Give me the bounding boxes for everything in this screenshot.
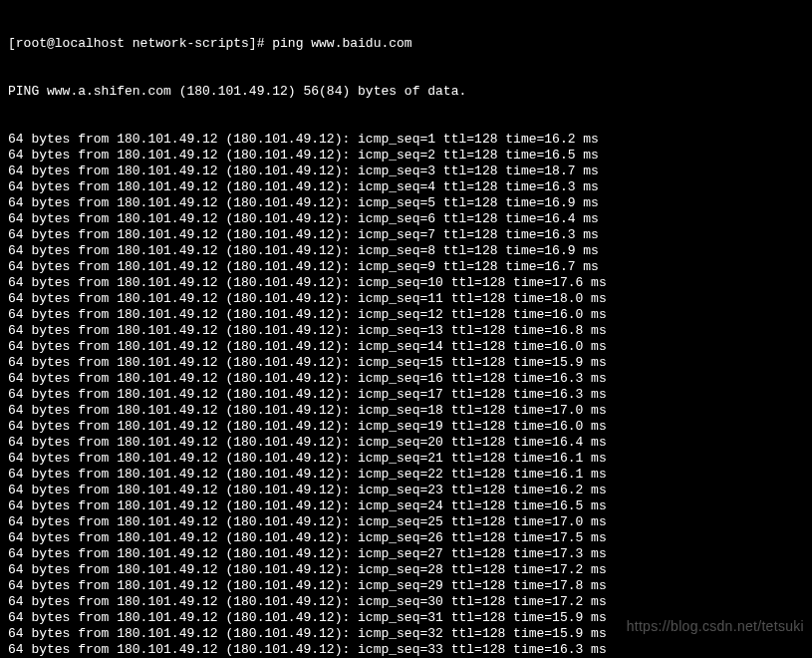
ping-reply: 64 bytes from 180.101.49.12 (180.101.49.… xyxy=(8,530,812,546)
ping-reply: 64 bytes from 180.101.49.12 (180.101.49.… xyxy=(8,275,812,291)
ping-reply: 64 bytes from 180.101.49.12 (180.101.49.… xyxy=(8,435,812,451)
ping-reply: 64 bytes from 180.101.49.12 (180.101.49.… xyxy=(8,164,812,179)
command-line: [root@localhost network-scripts]# ping w… xyxy=(8,36,812,52)
prompt: [root@localhost network-scripts]# xyxy=(8,36,272,51)
ping-reply: 64 bytes from 180.101.49.12 (180.101.49.… xyxy=(8,227,812,243)
ping-reply: 64 bytes from 180.101.49.12 (180.101.49.… xyxy=(8,578,812,594)
typed-command: ping www.baidu.com xyxy=(272,36,411,51)
ping-reply: 64 bytes from 180.101.49.12 (180.101.49.… xyxy=(8,211,812,227)
ping-reply: 64 bytes from 180.101.49.12 (180.101.49.… xyxy=(8,514,812,530)
ping-reply: 64 bytes from 180.101.49.12 (180.101.49.… xyxy=(8,323,812,339)
ping-reply: 64 bytes from 180.101.49.12 (180.101.49.… xyxy=(8,371,812,387)
ping-reply: 64 bytes from 180.101.49.12 (180.101.49.… xyxy=(8,259,812,275)
ping-reply: 64 bytes from 180.101.49.12 (180.101.49.… xyxy=(8,498,812,514)
ping-reply: 64 bytes from 180.101.49.12 (180.101.49.… xyxy=(8,451,812,467)
ping-reply: 64 bytes from 180.101.49.12 (180.101.49.… xyxy=(8,132,812,148)
ping-reply: 64 bytes from 180.101.49.12 (180.101.49.… xyxy=(8,419,812,435)
ping-reply: 64 bytes from 180.101.49.12 (180.101.49.… xyxy=(8,467,812,483)
ping-reply: 64 bytes from 180.101.49.12 (180.101.49.… xyxy=(8,339,812,355)
terminal-output[interactable]: [root@localhost network-scripts]# ping w… xyxy=(8,4,812,658)
ping-reply: 64 bytes from 180.101.49.12 (180.101.49.… xyxy=(8,642,812,658)
ping-reply: 64 bytes from 180.101.49.12 (180.101.49.… xyxy=(8,403,812,419)
watermark-text: https://blog.csdn.net/tetsuki xyxy=(627,618,804,634)
ping-reply: 64 bytes from 180.101.49.12 (180.101.49.… xyxy=(8,195,812,211)
ping-reply: 64 bytes from 180.101.49.12 (180.101.49.… xyxy=(8,291,812,307)
ping-reply: 64 bytes from 180.101.49.12 (180.101.49.… xyxy=(8,546,812,562)
ping-reply: 64 bytes from 180.101.49.12 (180.101.49.… xyxy=(8,483,812,498)
ping-reply: 64 bytes from 180.101.49.12 (180.101.49.… xyxy=(8,387,812,403)
ping-reply: 64 bytes from 180.101.49.12 (180.101.49.… xyxy=(8,179,812,195)
ping-header: PING www.a.shifen.com (180.101.49.12) 56… xyxy=(8,84,812,100)
ping-reply: 64 bytes from 180.101.49.12 (180.101.49.… xyxy=(8,148,812,164)
ping-reply: 64 bytes from 180.101.49.12 (180.101.49.… xyxy=(8,562,812,578)
ping-reply: 64 bytes from 180.101.49.12 (180.101.49.… xyxy=(8,594,812,610)
ping-reply: 64 bytes from 180.101.49.12 (180.101.49.… xyxy=(8,355,812,371)
ping-reply: 64 bytes from 180.101.49.12 (180.101.49.… xyxy=(8,243,812,259)
ping-reply: 64 bytes from 180.101.49.12 (180.101.49.… xyxy=(8,307,812,323)
